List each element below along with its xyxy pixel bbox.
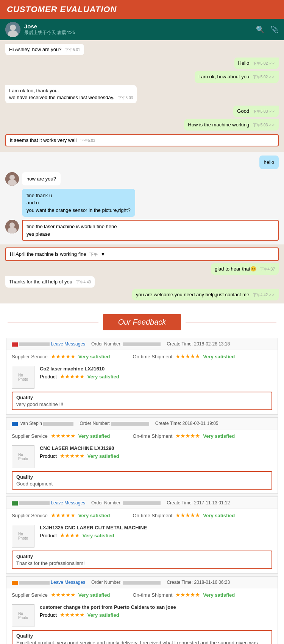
stars: ★★★★★	[60, 453, 84, 459]
quality-box: Quality Thanks for the professionalism!	[12, 551, 272, 569]
msg-row: how are you?	[5, 172, 279, 186]
svg-point-4	[9, 175, 15, 180]
supplier-service-rating: Supplier Service ★★★★★ Very satisfied	[12, 432, 110, 439]
order-number: Order Number:	[80, 421, 149, 426]
chat-message: I am ok too, thank you.we have received …	[5, 85, 137, 103]
message-time: 下午5:03 ✓✓	[253, 123, 275, 127]
supplier-service-rating: Supplier Service ★★★★★ Very satisfied	[12, 591, 110, 598]
satisfied-text: Very satisfied	[87, 612, 119, 618]
expand-icon[interactable]: ▼	[101, 250, 106, 258]
create-time: Create Time: 2018-01-16 06:23	[167, 580, 230, 585]
buyer-label: Ivan Stepin	[12, 421, 73, 426]
product-name: LXJH1325 CNC LASER CUT METAL MACHINE	[40, 525, 272, 530]
leave-messages-link[interactable]: Leave Messages	[51, 580, 85, 585]
stars: ★★★★★	[175, 591, 200, 598]
search-icon[interactable]: 🔍	[256, 25, 264, 34]
ontime-label: On-time Shipment	[133, 433, 172, 439]
chat-body-1: Hi Ashley, how are you? 下午5:01 Hello 下午5…	[0, 40, 284, 152]
order-number: Order Number:	[91, 580, 161, 585]
review-product: NoPhoto LXJH1325 CNC LASER CUT METAL MAC…	[6, 522, 278, 551]
stars: ★★★★★	[60, 373, 84, 380]
msg-row: How is the machine working 下午5:03 ✓✓	[5, 119, 279, 131]
no-photo-label: NoPhoto	[18, 611, 28, 620]
satisfied-text: Very satisfied	[203, 592, 235, 598]
review-ratings: Supplier Service ★★★★★ Very satisfied On…	[6, 350, 278, 363]
no-photo-label: NoPhoto	[18, 532, 28, 540]
avatar	[5, 220, 19, 233]
quality-text: very good machine !!!	[16, 401, 268, 407]
highlighted-message: fine the laser machine is workin fine he…	[22, 220, 279, 241]
message-text: Hi April the machine is working fine	[10, 250, 86, 258]
review-header: Ivan Stepin Order Number: Create Time: 2…	[6, 418, 278, 429]
stars: ★★★★	[60, 532, 80, 539]
message-text: how are you?	[27, 176, 56, 182]
attach-icon[interactable]: 📎	[270, 25, 279, 34]
section-divider	[6, 573, 278, 576]
feedback-section: Leave Messages Order Number: Create Time…	[0, 338, 284, 644]
ontime-label: On-time Shipment	[133, 592, 172, 598]
chat-message: Thanks for the all help of you 下午4:40	[5, 276, 95, 288]
product-photo: NoPhoto	[12, 525, 34, 548]
product-label: Product	[40, 374, 57, 380]
chat-message: Hi Ashley, how are you? 下午5:01	[5, 44, 84, 55]
review-card: Leave Messages Order Number: Create Time…	[6, 497, 278, 573]
supplier-service-label: Supplier Service	[12, 354, 48, 359]
review-ratings: Supplier Service ★★★★★ Very satisfied On…	[6, 588, 278, 601]
stars: ★★★★★	[60, 611, 84, 618]
leave-messages-link[interactable]: Leave Messages	[51, 500, 85, 506]
review-header: Leave Messages Order Number: Create Time…	[6, 577, 278, 588]
ontime-shipment-rating: On-time Shipment ★★★★★ Very satisfied	[133, 512, 235, 519]
product-rating-row: Product ★★★★★ Very satisfied	[40, 611, 272, 618]
satisfied-text: Very satisfied	[203, 513, 235, 518]
quality-box: Quality Good equipment	[12, 471, 272, 490]
chat-message: Hello 下午5:02 ✓✓	[234, 58, 279, 69]
order-number: Order Number:	[91, 341, 161, 347]
quality-label: Quality	[16, 633, 268, 639]
msg-row: glad to hear that😊 下午4:37	[5, 263, 279, 275]
message-text: fine thank uand uyou want the orange sen…	[27, 193, 131, 213]
msg-row: Hello 下午5:02 ✓✓	[5, 58, 279, 69]
review-card: Leave Messages Order Number: Create Time…	[6, 338, 278, 414]
feedback-title: Our Feedback	[103, 314, 181, 330]
leave-messages-link[interactable]: Leave Messages	[51, 341, 85, 347]
product-photo: NoPhoto	[12, 604, 34, 627]
quality-label: Quality	[16, 554, 268, 559]
message-text: I am ok too, thank you.we have received …	[9, 88, 114, 100]
message-time: 下午5:02 ✓✓	[253, 61, 275, 65]
buyer-label: Leave Messages	[12, 500, 85, 506]
message-text: hello	[264, 159, 274, 165]
quality-text: Thanks for the professionalism!	[16, 560, 268, 566]
message-time: 下午4:40	[76, 280, 91, 284]
order-number: Order Number:	[91, 500, 161, 506]
message-text: Thanks for the all help of you	[9, 279, 72, 285]
satisfied-text: Very satisfied	[203, 354, 235, 359]
satisfied-text: Very satisfied	[78, 354, 110, 359]
stars: ★★★★★	[175, 512, 200, 519]
msg-row: fine thank uand uyou want the orange sen…	[5, 189, 279, 217]
chat-message: fine thank uand uyou want the orange sen…	[22, 189, 135, 217]
highlighted-message: It seems that it works very well 下午5:03	[5, 134, 279, 146]
svg-point-7	[9, 222, 15, 228]
supplier-service-rating: Supplier Service ★★★★★ Very satisfied	[12, 512, 110, 519]
review-header: Leave Messages Order Number: Create Time…	[6, 338, 278, 350]
section-divider	[6, 494, 278, 497]
highlighted-row: fine the laser machine is workin fine he…	[5, 220, 279, 241]
product-name: customer change the port from Puerto Cal…	[40, 604, 272, 610]
msg-row: I am ok too, thank you.we have received …	[5, 85, 279, 103]
review-ratings: Supplier Service ★★★★★ Very satisfied On…	[6, 429, 278, 442]
review-product: NoPhoto customer change the port from Pu…	[6, 601, 278, 630]
stars: ★★★★★	[51, 353, 75, 360]
ontime-shipment-rating: On-time Shipment ★★★★★ Very satisfied	[133, 591, 235, 598]
product-name: CNC LASER MACHINE LXJ1290	[40, 445, 272, 451]
product-label: Product	[40, 453, 57, 459]
message-time: 下午5:03	[118, 96, 133, 100]
feedback-divider: Our Feedback	[0, 303, 284, 338]
satisfied-text: Very satisfied	[78, 592, 110, 598]
message-time: 下午5:01	[65, 48, 80, 52]
msg-row: I am ok, how about you 下午5:02 ✓✓	[5, 71, 279, 82]
message-time: 下午5:02 ✓✓	[253, 75, 275, 79]
highlighted-message: Hi April the machine is working fine 下午 …	[5, 247, 279, 261]
chat-message: glad to hear that😊 下午4:37	[211, 263, 279, 275]
message-text: I am ok, how about you	[198, 74, 249, 79]
ontime-shipment-rating: On-time Shipment ★★★★★ Very satisfied	[133, 353, 235, 360]
